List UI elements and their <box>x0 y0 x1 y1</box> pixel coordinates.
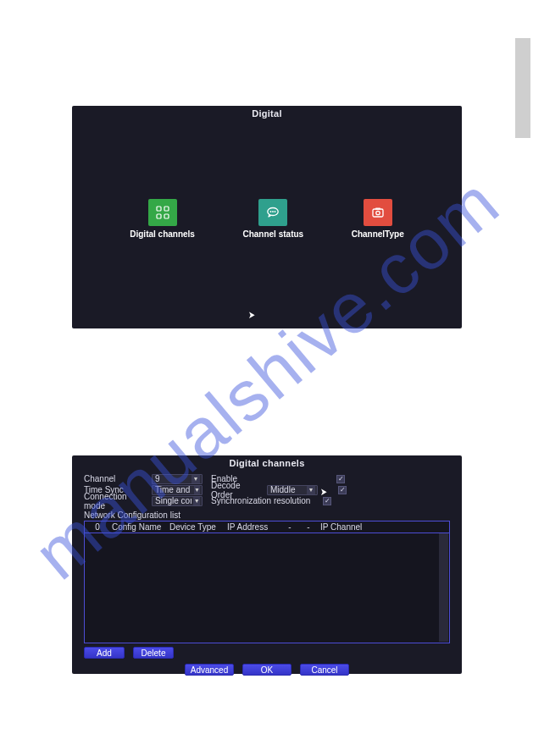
decode-checkbox[interactable]: ✓ <box>338 486 347 494</box>
channel-status-tile[interactable]: Channel status <box>242 199 303 239</box>
timesync-value: Time and Tim <box>155 485 192 494</box>
label-connection: Connection mode <box>84 492 148 510</box>
decode-value: Middle <box>270 485 295 494</box>
digital-channels-panel: Digital channels Channel 9 ▼ Enable ✓ Ti… <box>72 455 462 674</box>
th-device-type: Device Type <box>169 522 222 532</box>
connection-value: Single conne <box>155 496 192 505</box>
timesync-select[interactable]: Time and Tim ▼ <box>152 485 203 495</box>
svg-rect-10 <box>375 208 380 210</box>
chevron-down-icon: ▼ <box>307 486 315 494</box>
table-header: 0 Config Name Device Type IP Address - -… <box>85 521 449 533</box>
svg-rect-3 <box>164 214 169 218</box>
th-config-name: Config Name <box>112 522 164 532</box>
row-ok-cancel: Advanced OK Cancel <box>72 660 462 681</box>
svg-point-5 <box>270 211 272 212</box>
digital-icons-row: Digital channels Channel status <box>72 199 462 239</box>
th-ip-address: IP Address <box>227 522 278 532</box>
cursor-icon: ➤ <box>320 486 327 498</box>
digital-panel-title: Digital <box>72 106 462 121</box>
svg-rect-2 <box>157 214 161 218</box>
svg-rect-1 <box>164 207 169 211</box>
label-syncres: Synchronization resolution <box>206 496 319 505</box>
label-channel: Channel <box>84 474 148 483</box>
th-index: 0 <box>88 522 107 532</box>
camera-icon <box>364 199 392 226</box>
digital-channels-title: Digital channels <box>72 455 462 471</box>
chat-icon <box>258 199 287 226</box>
channel-status-label: Channel status <box>242 229 303 239</box>
row-channel: Channel 9 ▼ Enable ✓ <box>84 473 453 484</box>
form-area: Channel 9 ▼ Enable ✓ Time Sync Time and … <box>72 471 462 510</box>
th-dash2: - <box>302 522 315 532</box>
cursor-icon: ➤ <box>248 309 255 321</box>
connection-select[interactable]: Single conne ▼ <box>152 496 203 506</box>
doc-scrollbar-thumb[interactable] <box>515 38 530 138</box>
digital-channels-tile[interactable]: Digital channels <box>130 199 195 239</box>
grid-icon <box>148 199 177 226</box>
add-button[interactable]: Add <box>84 647 125 659</box>
chevron-down-icon: ▼ <box>194 486 200 494</box>
syncres-checkbox[interactable]: ✓ <box>323 497 331 505</box>
enable-checkbox[interactable]: ✓ <box>336 475 345 483</box>
page: manualshive.com Digital Digital channels <box>0 0 533 756</box>
advanced-button[interactable]: Advanced <box>185 664 234 676</box>
digital-channels-label: Digital channels <box>130 229 195 239</box>
channel-value: 9 <box>155 474 160 483</box>
row-connection: Connection mode Single conne ▼ Synchroni… <box>84 495 453 506</box>
svg-point-6 <box>272 211 274 212</box>
delete-button[interactable]: Delete <box>133 647 174 659</box>
svg-point-7 <box>275 211 276 212</box>
channel-type-label: ChannelType <box>352 229 404 239</box>
table-scrollbar[interactable] <box>439 533 448 642</box>
digital-panel: Digital Digital channels <box>72 106 462 328</box>
config-table: 0 Config Name Device Type IP Address - -… <box>84 521 450 643</box>
svg-rect-8 <box>373 209 383 217</box>
cancel-button[interactable]: Cancel <box>300 664 349 676</box>
channel-type-tile[interactable]: ChannelType <box>352 199 404 239</box>
svg-point-9 <box>375 211 379 214</box>
th-dash1: - <box>283 522 297 532</box>
ok-button[interactable]: OK <box>242 664 291 676</box>
chevron-down-icon: ▼ <box>192 475 200 483</box>
th-ip-channel: IP Channel <box>320 522 371 532</box>
row-add-delete: Add Delete <box>72 643 462 660</box>
decode-select[interactable]: Middle ▼ <box>267 485 318 495</box>
label-network-config: Network Configuration list <box>72 510 462 521</box>
chevron-down-icon: ▼ <box>193 497 200 505</box>
svg-rect-0 <box>157 207 161 211</box>
channel-select[interactable]: 9 ▼ <box>152 474 203 484</box>
